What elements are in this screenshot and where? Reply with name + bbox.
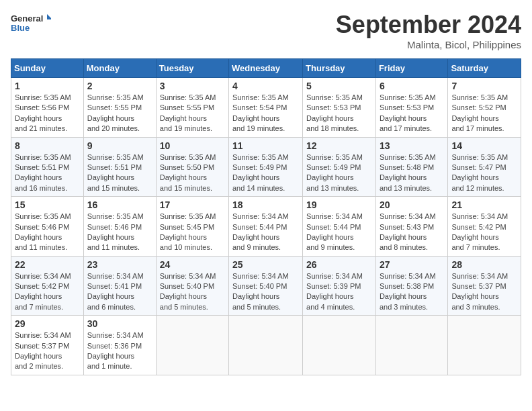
table-row: 21Sunrise: 5:34 AMSunset: 5:42 PMDayligh…	[448, 197, 521, 257]
table-row: 8Sunrise: 5:35 AMSunset: 5:51 PMDaylight…	[11, 137, 84, 197]
table-row: 13Sunrise: 5:35 AMSunset: 5:48 PMDayligh…	[375, 137, 447, 197]
table-row: 1Sunrise: 5:35 AMSunset: 5:56 PMDaylight…	[11, 78, 84, 138]
col-thursday: Thursday	[303, 59, 376, 78]
table-row	[375, 316, 447, 375]
table-row: 20Sunrise: 5:34 AMSunset: 5:43 PMDayligh…	[375, 197, 447, 257]
table-row: 27Sunrise: 5:34 AMSunset: 5:38 PMDayligh…	[375, 256, 447, 316]
col-tuesday: Tuesday	[156, 59, 228, 78]
table-row: 10Sunrise: 5:35 AMSunset: 5:50 PMDayligh…	[156, 137, 228, 197]
table-row: 18Sunrise: 5:34 AMSunset: 5:44 PMDayligh…	[228, 197, 302, 257]
table-row: 5Sunrise: 5:35 AMSunset: 5:53 PMDaylight…	[303, 78, 376, 138]
table-row	[228, 316, 302, 375]
table-row: 12Sunrise: 5:35 AMSunset: 5:49 PMDayligh…	[303, 137, 376, 197]
svg-marker-2	[47, 14, 51, 19]
table-row	[156, 316, 228, 375]
logo-svg: General Blue	[11, 11, 51, 41]
table-row: 25Sunrise: 5:34 AMSunset: 5:40 PMDayligh…	[228, 256, 302, 316]
title-block: September 2024 Malinta, Bicol, Philippin…	[336, 11, 521, 50]
logo: General Blue	[11, 11, 51, 41]
table-row: 3Sunrise: 5:35 AMSunset: 5:55 PMDaylight…	[156, 78, 228, 138]
table-row: 17Sunrise: 5:35 AMSunset: 5:45 PMDayligh…	[156, 197, 228, 257]
table-row: 24Sunrise: 5:34 AMSunset: 5:40 PMDayligh…	[156, 256, 228, 316]
col-wednesday: Wednesday	[228, 59, 302, 78]
location: Malinta, Bicol, Philippines	[336, 39, 521, 50]
table-row: 28Sunrise: 5:34 AMSunset: 5:37 PMDayligh…	[448, 256, 521, 316]
table-row: 26Sunrise: 5:34 AMSunset: 5:39 PMDayligh…	[303, 256, 376, 316]
table-row: 9Sunrise: 5:35 AMSunset: 5:51 PMDaylight…	[83, 137, 156, 197]
table-row: 29Sunrise: 5:34 AMSunset: 5:37 PMDayligh…	[11, 316, 84, 375]
page-header: General Blue September 2024 Malinta, Bic…	[11, 11, 521, 50]
col-monday: Monday	[83, 59, 156, 78]
table-row: 14Sunrise: 5:35 AMSunset: 5:47 PMDayligh…	[448, 137, 521, 197]
table-row: 22Sunrise: 5:34 AMSunset: 5:42 PMDayligh…	[11, 256, 84, 316]
svg-text:Blue: Blue	[11, 23, 30, 33]
table-row: 15Sunrise: 5:35 AMSunset: 5:46 PMDayligh…	[11, 197, 84, 257]
calendar-header-row: Sunday Monday Tuesday Wednesday Thursday…	[11, 59, 521, 78]
table-row: 2Sunrise: 5:35 AMSunset: 5:55 PMDaylight…	[83, 78, 156, 138]
table-row: 6Sunrise: 5:35 AMSunset: 5:53 PMDaylight…	[375, 78, 447, 138]
table-row: 30Sunrise: 5:34 AMSunset: 5:36 PMDayligh…	[83, 316, 156, 375]
month-title: September 2024	[336, 11, 521, 39]
table-row: 11Sunrise: 5:35 AMSunset: 5:49 PMDayligh…	[228, 137, 302, 197]
col-friday: Friday	[375, 59, 447, 78]
table-row: 23Sunrise: 5:34 AMSunset: 5:41 PMDayligh…	[83, 256, 156, 316]
table-row: 7Sunrise: 5:35 AMSunset: 5:52 PMDaylight…	[448, 78, 521, 138]
table-row: 4Sunrise: 5:35 AMSunset: 5:54 PMDaylight…	[228, 78, 302, 138]
table-row	[448, 316, 521, 375]
table-row: 16Sunrise: 5:35 AMSunset: 5:46 PMDayligh…	[83, 197, 156, 257]
table-row	[303, 316, 376, 375]
calendar-table: Sunday Monday Tuesday Wednesday Thursday…	[11, 58, 521, 375]
svg-text:General: General	[11, 13, 43, 24]
table-row: 19Sunrise: 5:34 AMSunset: 5:44 PMDayligh…	[303, 197, 376, 257]
col-sunday: Sunday	[11, 59, 84, 78]
col-saturday: Saturday	[448, 59, 521, 78]
